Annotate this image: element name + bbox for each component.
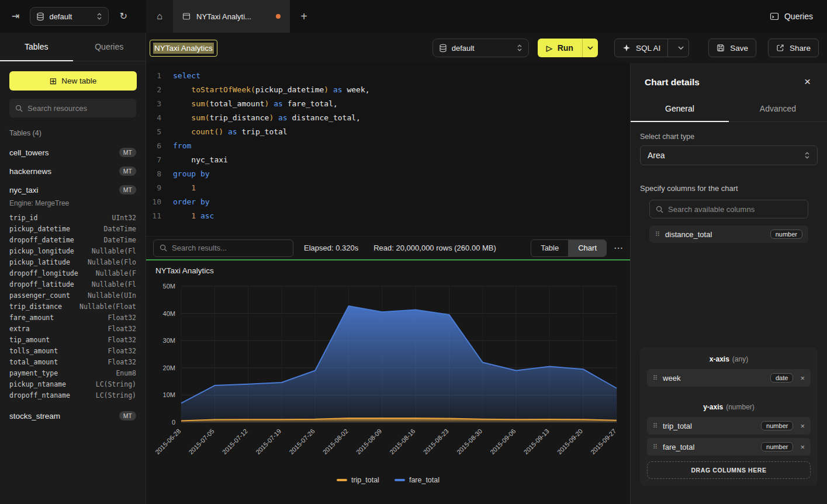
- legend-swatch: [395, 479, 405, 481]
- search-icon: [15, 105, 23, 112]
- table-column-row[interactable]: dropoff_longitudeNullable(F: [0, 267, 146, 279]
- svg-text:30M: 30M: [163, 337, 175, 344]
- svg-text:2015-07-05: 2015-07-05: [187, 427, 215, 456]
- table-column-row[interactable]: passenger_countNullable(UIn: [0, 290, 146, 301]
- panel-body: Select chart type Area Specify columns f…: [631, 122, 827, 486]
- table-item-cell-towers[interactable]: cell_towers MT: [0, 143, 146, 162]
- table-column-row[interactable]: dropoff_latitudeNullable(Fl: [0, 279, 146, 290]
- remove-icon[interactable]: ×: [800, 422, 805, 430]
- queries-button[interactable]: Queries: [770, 12, 813, 21]
- topbar-database-selector[interactable]: default: [30, 7, 109, 26]
- columns-search-placeholder: Search available columns: [668, 205, 755, 214]
- table-column-row[interactable]: pickup_latitudeNullable(Flo: [0, 256, 146, 267]
- code-line: 2 toStartOfWeek(pickup_datetime) as week…: [146, 83, 630, 97]
- drop-zone[interactable]: DRAG COLUMNS HERE: [647, 461, 811, 479]
- refresh-icon[interactable]: ↻: [119, 12, 127, 21]
- drag-handle-icon[interactable]: ⠿: [655, 231, 660, 238]
- chart-type-selector[interactable]: Area: [640, 145, 818, 165]
- drag-handle-icon[interactable]: ⠿: [653, 423, 658, 429]
- table-column-row[interactable]: fare_amountFloat32: [0, 312, 146, 323]
- table-column-row[interactable]: payment_typeEnum8: [0, 367, 146, 378]
- engine-badge: MT: [119, 166, 136, 176]
- table-item-stocks-stream[interactable]: stocks_stream MT: [0, 406, 146, 425]
- column-name: dropoff_datetime: [9, 236, 74, 244]
- collapse-sidebar-icon[interactable]: ⇥: [12, 12, 19, 21]
- column-name: trip_id: [9, 214, 37, 222]
- x-axis-column-week[interactable]: ⠿ week date ×: [647, 369, 811, 387]
- share-button[interactable]: Share: [768, 39, 819, 57]
- close-icon[interactable]: ×: [804, 76, 811, 87]
- type-badge: number: [761, 442, 793, 451]
- table-column-row[interactable]: total_amountFloat32: [0, 356, 146, 367]
- table-item-nyc-taxi[interactable]: nyc_taxi MT: [0, 180, 146, 199]
- y-axis-column-trip-total[interactable]: ⠿ trip_total number ×: [647, 417, 811, 435]
- remove-icon[interactable]: ×: [800, 374, 805, 383]
- y-axis-column-fare-total[interactable]: ⠿ fare_total number ×: [647, 438, 811, 456]
- tab-nytaxi-analytics[interactable]: NYTaxi Analyti...: [173, 0, 290, 33]
- column-type: Nullable(F: [96, 269, 136, 277]
- run-options-button[interactable]: [583, 39, 598, 57]
- type-badge: number: [770, 230, 802, 239]
- table-column-row[interactable]: extraFloat32: [0, 323, 146, 334]
- area-chart[interactable]: 2015-06-282015-07-052015-07-122015-07-19…: [146, 260, 630, 504]
- code-line: 5 count() as trip_total: [146, 125, 630, 139]
- table-view-button[interactable]: Table: [531, 240, 568, 256]
- sidebar-tab-tables[interactable]: Tables: [0, 33, 73, 61]
- svg-text:2015-07-26: 2015-07-26: [288, 427, 316, 456]
- legend-item-trip_total[interactable]: trip_total: [337, 476, 379, 484]
- sql-ai-button[interactable]: SQL AI: [614, 39, 689, 57]
- header-database-selector[interactable]: default: [432, 39, 529, 57]
- columns-search-input[interactable]: Search available columns: [649, 200, 808, 218]
- app-window: ⇥ default ↻ ⌂ NYTaxi Analyti... + Querie…: [0, 0, 827, 504]
- table-column-row[interactable]: pickup_ntanameLC(String): [0, 378, 146, 390]
- table-column-row[interactable]: tolls_amountFloat32: [0, 345, 146, 356]
- sidebar-search-input[interactable]: Search resources: [9, 99, 136, 117]
- search-icon: [160, 244, 167, 252]
- code-line: 9 1: [146, 181, 630, 195]
- save-button[interactable]: Save: [708, 39, 756, 57]
- code-line: 3 sum(total_amount) as fare_total,: [146, 97, 630, 111]
- home-tab[interactable]: ⌂: [146, 0, 173, 33]
- new-table-button[interactable]: ⊞ New table: [9, 71, 137, 91]
- table-column-row[interactable]: pickup_longitudeNullable(Fl: [0, 245, 146, 256]
- run-button[interactable]: ▷ Run: [538, 39, 598, 57]
- tabstrip: ⌂ NYTaxi Analyti... +: [146, 0, 318, 33]
- sidebar-tab-queries[interactable]: Queries: [73, 33, 146, 61]
- table-column-row[interactable]: tip_amountFloat32: [0, 334, 146, 345]
- chart-type-value: Area: [648, 151, 665, 160]
- panel-tabs: General Advanced: [631, 97, 827, 122]
- chart-view-button[interactable]: Chart: [568, 240, 606, 256]
- table-column-row[interactable]: trip_distanceNullable(Float: [0, 301, 146, 312]
- tab-advanced[interactable]: Advanced: [729, 97, 827, 121]
- table-column-row[interactable]: trip_idUInt32: [0, 212, 146, 223]
- table-item-hackernews[interactable]: hackernews MT: [0, 162, 146, 180]
- updown-chevron-icon: [96, 12, 102, 20]
- axis-config-card: x-axis(any) ⠿ week date × y-axis(number)…: [640, 347, 818, 486]
- sidebar: Tables Queries ⊞ New table Search resour…: [0, 33, 146, 504]
- column-type: DateTime: [104, 225, 136, 233]
- chevron-down-icon: [587, 46, 593, 50]
- drag-handle-icon[interactable]: ⠿: [653, 444, 658, 450]
- drag-handle-icon[interactable]: ⠿: [653, 375, 658, 381]
- line-number: 5: [146, 125, 161, 139]
- available-column-distance-total[interactable]: ⠿ distance_total number: [649, 225, 808, 243]
- sql-editor[interactable]: 1select2 toStartOfWeek(pickup_datetime) …: [146, 63, 630, 236]
- legend-label: trip_total: [351, 476, 379, 484]
- line-number: 1: [146, 69, 161, 83]
- table-column-row[interactable]: dropoff_datetimeDateTime: [0, 234, 146, 245]
- tab-general[interactable]: General: [631, 97, 729, 121]
- legend-item-fare_total[interactable]: fare_total: [395, 476, 440, 484]
- engine-label: Engine: MergeTree: [0, 199, 146, 212]
- results-search-input[interactable]: Search results...: [153, 239, 293, 257]
- remove-icon[interactable]: ×: [800, 443, 805, 451]
- more-options-icon[interactable]: ⋯: [614, 242, 623, 253]
- table-column-row[interactable]: pickup_datetimeDateTime: [0, 223, 146, 234]
- run-button-main[interactable]: ▷ Run: [538, 43, 582, 53]
- column-type: Nullable(Flo: [88, 258, 136, 266]
- new-tab-button[interactable]: +: [290, 0, 318, 33]
- sql-ai-options-button[interactable]: [673, 46, 688, 50]
- svg-text:40M: 40M: [163, 310, 175, 317]
- sidebar-tabs: Tables Queries: [0, 33, 146, 61]
- table-column-row[interactable]: dropoff_ntanameLC(String): [0, 390, 146, 401]
- query-title-input[interactable]: NYTaxi Analytics: [150, 40, 217, 57]
